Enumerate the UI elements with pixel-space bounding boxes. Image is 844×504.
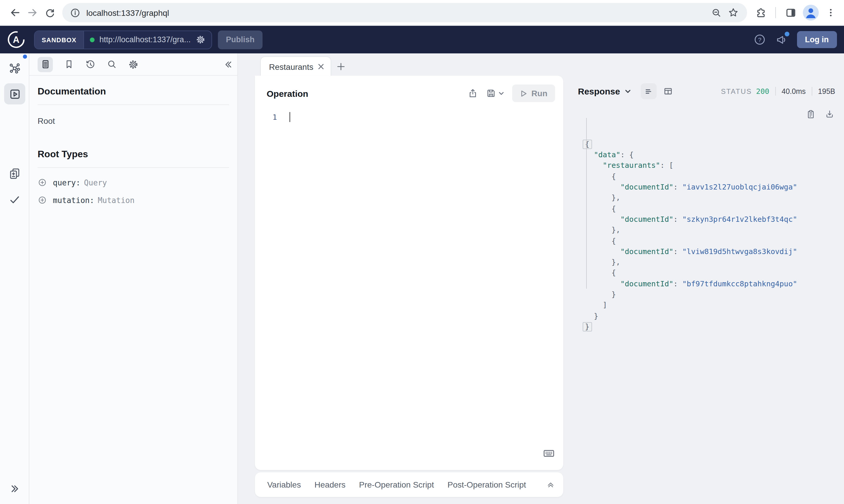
response-body: { "data": { "restaurants": [ { "document… <box>563 102 844 470</box>
schema-graph-icon[interactable] <box>8 62 20 74</box>
zoom-out-icon[interactable] <box>708 4 725 21</box>
root-type-mutation-row[interactable]: mutation:Mutation <box>38 195 229 205</box>
close-tab-icon[interactable] <box>317 63 325 70</box>
json-line: { <box>585 203 797 214</box>
copy-icon[interactable] <box>806 109 816 119</box>
explorer-icon[interactable] <box>4 83 25 105</box>
line-number: 1 <box>273 113 277 122</box>
rail-notification-dot <box>23 55 27 59</box>
add-circle-icon[interactable] <box>38 178 47 187</box>
operation-bottom-bar: Variables Headers Pre-Operation Script P… <box>255 472 563 497</box>
star-icon[interactable] <box>725 4 741 21</box>
apollo-header: A SANDBOX http://localhost:1337/gra... P… <box>0 26 844 53</box>
tab-restaurants[interactable]: Restaurants <box>260 56 331 76</box>
share-icon[interactable] <box>467 88 478 98</box>
browser-toolbar: localhost:1337/graphql <box>0 0 844 26</box>
tab-pre-operation-script[interactable]: Pre-Operation Script <box>359 480 434 489</box>
profile-avatar[interactable] <box>802 4 819 21</box>
stat-divider <box>775 87 776 96</box>
tab-variables[interactable]: Variables <box>267 480 301 489</box>
json-line: ] <box>585 300 797 311</box>
svg-text:?: ? <box>758 37 761 43</box>
login-button[interactable]: Log in <box>797 31 837 48</box>
text-cursor <box>289 112 290 122</box>
stat-divider <box>812 87 812 96</box>
publish-button[interactable]: Publish <box>218 30 263 49</box>
json-line: "documentId": "szkyn3pr64r1v2lkebf3t4qc" <box>585 214 797 225</box>
query-type-link[interactable]: Query <box>84 178 107 187</box>
save-button-group[interactable] <box>486 88 504 98</box>
fold-line <box>586 118 587 289</box>
diff-icon[interactable] <box>8 167 20 180</box>
help-icon[interactable]: ? <box>753 33 765 46</box>
json-line: "restaurants": [ <box>585 160 797 171</box>
endpoint-gear-icon[interactable] <box>195 35 205 44</box>
new-tab-icon[interactable] <box>333 59 348 73</box>
settings-gear-icon[interactable] <box>128 59 139 70</box>
status-label: STATUS <box>721 87 752 95</box>
json-line: { <box>585 268 797 279</box>
table-view-icon[interactable] <box>663 86 673 96</box>
response-panel: Response STATUS 200 <box>563 76 844 470</box>
forward-icon[interactable] <box>23 4 41 21</box>
left-icon-rail <box>0 53 29 504</box>
query-field-label: query: <box>53 178 81 187</box>
root-label[interactable]: Root <box>38 116 229 126</box>
tab-post-operation-script[interactable]: Post-Operation Script <box>448 480 526 489</box>
side-panel-icon[interactable] <box>782 4 799 21</box>
format-lines-icon[interactable] <box>640 83 656 99</box>
fold-toggle[interactable]: { <box>583 140 592 149</box>
collapse-up-icon[interactable] <box>546 480 555 489</box>
url-text[interactable]: localhost:1337/graphql <box>86 8 708 17</box>
tab-headers[interactable]: Headers <box>314 480 346 489</box>
json-line: "documentId": "iavv1s2l27uoblqcjai06wga" <box>585 182 797 193</box>
response-json[interactable]: { "data": { "restaurants": [ { "document… <box>585 107 797 354</box>
save-icon[interactable] <box>486 88 496 98</box>
download-icon[interactable] <box>825 109 834 119</box>
response-title[interactable]: Response <box>578 86 631 96</box>
expand-right-icon[interactable] <box>9 484 20 494</box>
mutation-field-label: mutation: <box>53 196 94 205</box>
keyboard-shortcuts-icon[interactable] <box>543 447 555 460</box>
megaphone-icon[interactable] <box>775 33 787 46</box>
fold-toggle[interactable]: } <box>583 322 592 331</box>
run-button[interactable]: Run <box>512 85 555 102</box>
status-code: 200 <box>756 87 769 96</box>
collapse-left-icon[interactable] <box>224 59 234 69</box>
endpoint-bar[interactable]: SANDBOX http://localhost:1337/gra... <box>34 30 212 49</box>
query-editor[interactable]: 1 <box>255 112 563 122</box>
json-line: "data": { <box>585 150 797 160</box>
bookmark-icon[interactable] <box>64 59 74 69</box>
main-area: Restaurants Operation <box>238 53 844 504</box>
menu-kebab-icon[interactable] <box>822 4 839 21</box>
checklist-icon[interactable] <box>8 194 20 206</box>
documentation-panel: Documentation Root Root Types query:Quer… <box>29 53 238 504</box>
mutation-type-link[interactable]: Mutation <box>98 196 135 205</box>
sandbox-chip: SANDBOX <box>35 31 84 49</box>
info-icon[interactable] <box>69 4 81 21</box>
operation-title: Operation <box>266 88 308 98</box>
add-circle-icon[interactable] <box>38 195 47 205</box>
reload-icon[interactable] <box>41 4 59 21</box>
back-icon[interactable] <box>6 4 23 21</box>
tab-label[interactable]: Restaurants <box>269 62 314 71</box>
json-line: { <box>585 236 797 247</box>
history-icon[interactable] <box>85 59 96 70</box>
address-bar[interactable]: localhost:1337/graphql <box>62 3 747 22</box>
app-window: localhost:1337/graphql <box>0 0 844 504</box>
search-icon[interactable] <box>107 59 117 69</box>
json-line: "documentId": "bf97tfdumkcc8ptahkng4puo" <box>585 279 797 290</box>
json-line: } <box>585 289 797 300</box>
doc-toolbar <box>29 53 237 76</box>
root-type-query-row[interactable]: query:Query <box>38 177 229 188</box>
divider <box>38 167 229 168</box>
response-size: 195B <box>818 87 835 95</box>
play-icon <box>520 89 528 97</box>
chevron-down-icon[interactable] <box>498 90 504 96</box>
extensions-icon[interactable] <box>752 4 770 21</box>
document-icon[interactable] <box>38 57 53 72</box>
documentation-title: Documentation <box>38 86 229 97</box>
endpoint-url[interactable]: http://localhost:1337/gra... <box>99 35 191 44</box>
json-line: }, <box>585 257 797 268</box>
json-line: } <box>585 322 797 332</box>
